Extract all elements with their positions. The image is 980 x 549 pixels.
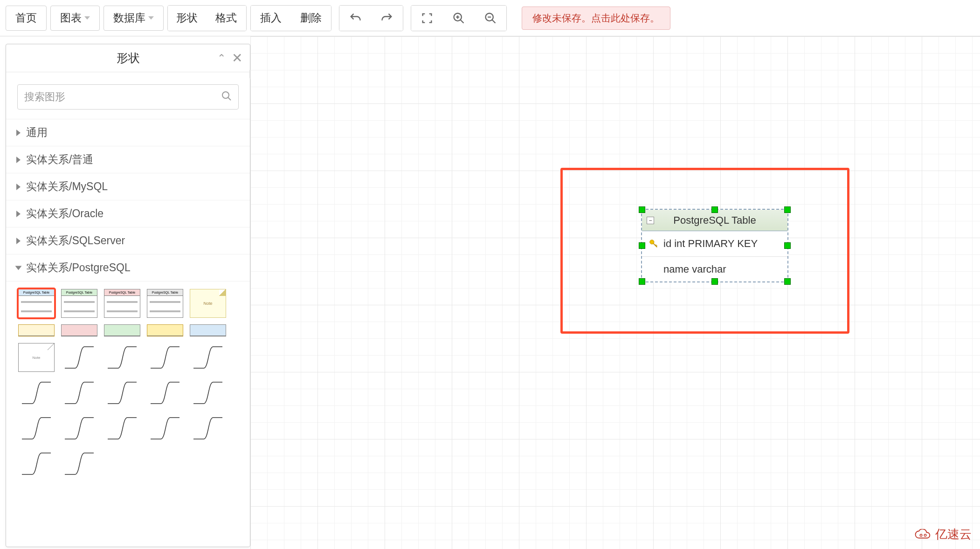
shape-table-green[interactable]: PostgreSQL Table xyxy=(61,289,97,318)
connector-4[interactable] xyxy=(190,343,226,372)
resize-handle-tm[interactable] xyxy=(711,206,718,213)
shape-row-blue[interactable] xyxy=(190,324,226,336)
canvas[interactable]: − PostgreSQL Table id int PRIMARY KEY na… xyxy=(250,36,980,549)
category-er-sqlserver[interactable]: 实体关系/SQLServer xyxy=(6,227,250,254)
shape-row-yellow[interactable] xyxy=(18,324,55,336)
shapes-panel-title: 形状 xyxy=(117,50,140,66)
db-column-text: id int PRIMARY KEY xyxy=(663,238,758,250)
redo-icon xyxy=(380,12,393,25)
database-button[interactable]: 数据库 xyxy=(104,6,164,31)
resize-handle-tl[interactable] xyxy=(639,206,645,213)
chart-label: 图表 xyxy=(60,11,82,25)
connector-9[interactable] xyxy=(190,378,226,407)
key-icon xyxy=(649,239,659,249)
insert-delete-group: 插入 删除 xyxy=(250,5,331,31)
connector-7[interactable] xyxy=(104,378,140,407)
shape-format-group: 形状 格式 xyxy=(167,5,247,31)
insert-button[interactable]: 插入 xyxy=(251,6,291,31)
save-notice[interactable]: 修改未保存。点击此处保存。 xyxy=(522,7,670,30)
connector-6[interactable] xyxy=(61,378,97,407)
db-table-shape[interactable]: − PostgreSQL Table id int PRIMARY KEY na… xyxy=(641,209,788,282)
connector-16[interactable] xyxy=(61,449,97,478)
shape-table-red[interactable]: PostgreSQL Table xyxy=(104,289,140,318)
shapes-panel: 形状 ⌃ ✕ 通用 实体关系/普通 实体关系/MySQL 实体关系/Oracle… xyxy=(6,44,250,547)
svg-point-5 xyxy=(924,534,926,536)
brand-name: 亿速云 xyxy=(935,526,972,542)
shape-table-blue[interactable]: PostgreSQL Table xyxy=(18,289,55,318)
resize-handle-bl[interactable] xyxy=(639,278,645,285)
db-column-text: name varchar xyxy=(663,263,726,275)
connector-12[interactable] xyxy=(104,414,140,443)
zoom-out-button[interactable] xyxy=(475,6,506,31)
collapse-square-icon[interactable]: − xyxy=(647,217,654,224)
shape-table-gray[interactable]: PostgreSQL Table xyxy=(147,289,183,318)
search-icon[interactable] xyxy=(221,90,232,103)
shapes-panel-header: 形状 ⌃ ✕ xyxy=(6,44,250,72)
chevron-down-icon xyxy=(84,16,90,20)
main-area: 形状 ⌃ ✕ 通用 实体关系/普通 实体关系/MySQL 实体关系/Oracle… xyxy=(0,36,980,549)
fullscreen-icon xyxy=(421,12,434,25)
close-icon[interactable]: ✕ xyxy=(232,52,242,65)
arrow-down-icon xyxy=(15,266,22,270)
delete-button[interactable]: 删除 xyxy=(291,6,331,31)
resize-handle-mr[interactable] xyxy=(784,242,791,249)
category-er-mysql[interactable]: 实体关系/MySQL xyxy=(6,173,250,200)
connector-1[interactable] xyxy=(61,343,97,372)
cloud-icon xyxy=(915,529,932,540)
resize-handle-bm[interactable] xyxy=(711,278,718,285)
category-er-oracle[interactable]: 实体关系/Oracle xyxy=(6,200,250,227)
connector-8[interactable] xyxy=(147,378,183,407)
resize-handle-ml[interactable] xyxy=(639,242,645,249)
format-button[interactable]: 格式 xyxy=(206,6,246,31)
connector-5[interactable] xyxy=(18,378,55,407)
view-group xyxy=(411,5,507,31)
shape-plain-note[interactable]: Note xyxy=(18,343,55,372)
svg-point-4 xyxy=(920,534,922,536)
category-label: 实体关系/普通 xyxy=(26,152,93,167)
arrow-right-icon xyxy=(16,211,21,217)
shape-grid: PostgreSQL Table PostgreSQL Table Postgr… xyxy=(6,281,250,486)
category-er-postgresql[interactable]: 实体关系/PostgreSQL xyxy=(6,254,250,281)
database-label: 数据库 xyxy=(113,11,145,25)
main-toolbar: 首页 图表 数据库 形状 格式 插入 删除 修改未保存。点击此处保存。 xyxy=(0,0,980,36)
zoom-out-icon xyxy=(484,12,497,25)
shapes-panel-body: 通用 实体关系/普通 实体关系/MySQL 实体关系/Oracle 实体关系/S… xyxy=(6,72,250,547)
fullscreen-button[interactable] xyxy=(411,6,443,31)
category-label: 实体关系/Oracle xyxy=(26,206,104,221)
zoom-in-button[interactable] xyxy=(443,6,475,31)
arrow-right-icon xyxy=(16,157,21,163)
connector-10[interactable] xyxy=(18,414,55,443)
shape-sticky-note[interactable]: Note xyxy=(190,289,226,318)
connector-14[interactable] xyxy=(190,414,226,443)
arrow-right-icon xyxy=(16,130,21,136)
connector-2[interactable] xyxy=(104,343,140,372)
search-input[interactable] xyxy=(17,84,239,110)
db-column-row[interactable]: id int PRIMARY KEY xyxy=(642,231,787,256)
shape-row-red[interactable] xyxy=(61,324,97,336)
arrow-right-icon xyxy=(16,184,21,190)
category-label: 实体关系/SQLServer xyxy=(26,233,125,248)
connector-11[interactable] xyxy=(61,414,97,443)
db-column-row[interactable]: name varchar xyxy=(642,256,787,281)
home-button[interactable]: 首页 xyxy=(6,6,47,31)
category-general[interactable]: 通用 xyxy=(6,119,250,146)
connector-15[interactable] xyxy=(18,449,55,478)
collapse-icon[interactable]: ⌃ xyxy=(217,52,226,64)
search-wrap xyxy=(6,79,250,119)
redo-button[interactable] xyxy=(371,6,403,31)
chart-button[interactable]: 图表 xyxy=(50,6,100,31)
category-label: 实体关系/PostgreSQL xyxy=(26,261,131,275)
shape-row-yellow2[interactable] xyxy=(147,324,183,336)
undo-button[interactable] xyxy=(339,6,371,31)
resize-handle-tr[interactable] xyxy=(784,206,791,213)
arrow-right-icon xyxy=(16,238,21,244)
resize-handle-br[interactable] xyxy=(784,278,791,285)
db-table-title: PostgreSQL Table xyxy=(673,214,756,226)
shape-button[interactable]: 形状 xyxy=(168,6,206,31)
zoom-in-icon xyxy=(452,12,465,25)
connector-13[interactable] xyxy=(147,414,183,443)
brand-logo: 亿速云 xyxy=(915,526,972,542)
category-er-common[interactable]: 实体关系/普通 xyxy=(6,146,250,173)
connector-3[interactable] xyxy=(147,343,183,372)
shape-row-green[interactable] xyxy=(104,324,140,336)
